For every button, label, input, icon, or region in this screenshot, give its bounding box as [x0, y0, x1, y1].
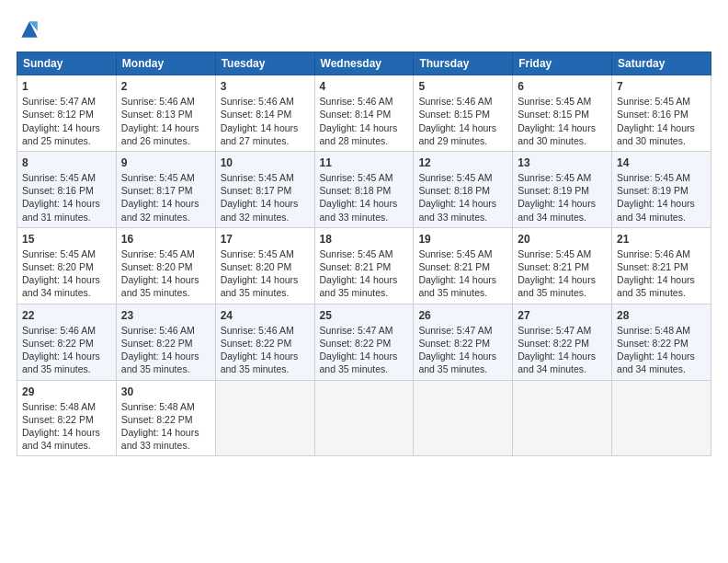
day-info-line: Daylight: 14 hours: [221, 121, 310, 134]
day-info-line: and 34 minutes.: [22, 439, 111, 452]
header-cell-saturday: Saturday: [612, 52, 711, 75]
day-info-line: Sunrise: 5:46 AM: [22, 324, 111, 337]
day-info-line: Daylight: 14 hours: [121, 350, 210, 362]
day-cell: 10Sunrise: 5:45 AMSunset: 8:17 PMDayligh…: [215, 151, 314, 227]
day-info-line: Sunrise: 5:45 AM: [617, 95, 706, 108]
day-info-line: Daylight: 14 hours: [121, 197, 210, 210]
day-info-line: Sunrise: 5:45 AM: [418, 247, 507, 260]
day-cell: 16Sunrise: 5:45 AMSunset: 8:20 PMDayligh…: [116, 227, 215, 304]
day-info-line: Daylight: 14 hours: [418, 121, 507, 134]
day-cell: 15Sunrise: 5:45 AMSunset: 8:20 PMDayligh…: [17, 227, 117, 304]
day-info-line: Sunset: 8:22 PM: [221, 337, 310, 350]
day-info-line: Sunset: 8:17 PM: [221, 184, 310, 197]
day-info-line: and 35 minutes.: [518, 286, 607, 299]
header-cell-thursday: Thursday: [414, 52, 513, 75]
day-info-line: Sunset: 8:17 PM: [121, 184, 210, 197]
day-info-line: Daylight: 14 hours: [418, 350, 507, 362]
day-number: 15: [22, 232, 111, 247]
day-info-line: Daylight: 14 hours: [617, 350, 706, 362]
day-number: 11: [320, 155, 409, 170]
day-info-line: and 33 minutes.: [418, 211, 507, 224]
day-number: 20: [518, 232, 607, 247]
day-cell: 9Sunrise: 5:45 AMSunset: 8:17 PMDaylight…: [116, 151, 215, 227]
day-info-line: Daylight: 14 hours: [221, 350, 310, 362]
day-info-line: Sunset: 8:20 PM: [221, 260, 310, 273]
day-number: 3: [221, 79, 310, 94]
header-row: SundayMondayTuesdayWednesdayThursdayFrid…: [17, 52, 711, 75]
day-info-line: Daylight: 14 hours: [22, 273, 111, 286]
day-number: 9: [121, 155, 210, 170]
day-info-line: Sunrise: 5:47 AM: [418, 324, 507, 337]
week-row-2: 15Sunrise: 5:45 AMSunset: 8:20 PMDayligh…: [17, 227, 711, 304]
day-info-line: and 34 minutes.: [518, 362, 607, 375]
day-info-line: Sunrise: 5:47 AM: [22, 95, 111, 108]
day-number: 24: [221, 308, 310, 323]
day-info-line: and 28 minutes.: [320, 134, 409, 147]
day-cell: 21Sunrise: 5:46 AMSunset: 8:21 PMDayligh…: [612, 227, 711, 304]
day-cell: 27Sunrise: 5:47 AMSunset: 8:22 PMDayligh…: [513, 304, 612, 380]
day-info-line: Daylight: 14 hours: [22, 121, 111, 134]
day-info-line: Sunset: 8:22 PM: [121, 337, 210, 350]
day-info-line: and 35 minutes.: [617, 286, 706, 299]
day-cell: 2Sunrise: 5:46 AMSunset: 8:13 PMDaylight…: [116, 75, 215, 152]
day-number: 14: [617, 155, 706, 170]
logo: [17, 17, 46, 42]
day-info-line: Sunset: 8:22 PM: [121, 413, 210, 426]
day-info-line: Sunset: 8:18 PM: [418, 184, 507, 197]
day-number: 28: [617, 308, 706, 323]
day-cell: 23Sunrise: 5:46 AMSunset: 8:22 PMDayligh…: [116, 304, 215, 380]
day-number: 23: [121, 308, 210, 323]
day-cell: 24Sunrise: 5:46 AMSunset: 8:22 PMDayligh…: [215, 304, 314, 380]
day-info-line: Sunrise: 5:46 AM: [320, 95, 409, 108]
day-info-line: Sunrise: 5:45 AM: [617, 171, 706, 184]
week-row-3: 22Sunrise: 5:46 AMSunset: 8:22 PMDayligh…: [17, 304, 711, 380]
day-info-line: and 30 minutes.: [617, 134, 706, 147]
day-info-line: Daylight: 14 hours: [320, 197, 409, 210]
day-info-line: Sunset: 8:16 PM: [22, 184, 111, 197]
day-info-line: Sunset: 8:20 PM: [22, 260, 111, 273]
calendar-body: 1Sunrise: 5:47 AMSunset: 8:12 PMDaylight…: [17, 75, 711, 456]
day-info-line: Sunset: 8:12 PM: [22, 108, 111, 121]
day-info-line: Sunrise: 5:45 AM: [121, 247, 210, 260]
calendar-header: SundayMondayTuesdayWednesdayThursdayFrid…: [17, 52, 711, 75]
day-info-line: Sunrise: 5:48 AM: [22, 400, 111, 413]
day-info-line: and 26 minutes.: [121, 134, 210, 147]
day-cell: 19Sunrise: 5:45 AMSunset: 8:21 PMDayligh…: [414, 227, 513, 304]
day-info-line: Sunset: 8:22 PM: [617, 337, 706, 350]
day-info-line: Sunrise: 5:47 AM: [518, 324, 607, 337]
day-info-line: and 35 minutes.: [320, 362, 409, 375]
day-info-line: Sunrise: 5:45 AM: [22, 247, 111, 260]
day-info-line: Daylight: 14 hours: [518, 121, 607, 134]
day-info-line: Sunset: 8:20 PM: [121, 260, 210, 273]
header-cell-tuesday: Tuesday: [215, 52, 314, 75]
day-info-line: and 35 minutes.: [418, 286, 507, 299]
day-info-line: Sunset: 8:14 PM: [221, 108, 310, 121]
day-number: 12: [418, 155, 507, 170]
day-info-line: Sunset: 8:18 PM: [320, 184, 409, 197]
day-cell: 29Sunrise: 5:48 AMSunset: 8:22 PMDayligh…: [17, 380, 117, 456]
day-info-line: Daylight: 14 hours: [418, 197, 507, 210]
day-info-line: and 35 minutes.: [320, 286, 409, 299]
day-info-line: Sunset: 8:15 PM: [418, 108, 507, 121]
day-info-line: Daylight: 14 hours: [320, 350, 409, 362]
day-info-line: and 35 minutes.: [121, 286, 210, 299]
day-number: 29: [22, 385, 111, 399]
day-cell: 7Sunrise: 5:45 AMSunset: 8:16 PMDaylight…: [612, 75, 711, 152]
day-number: 22: [22, 308, 111, 323]
day-cell: 4Sunrise: 5:46 AMSunset: 8:14 PMDaylight…: [314, 75, 414, 152]
day-info-line: Sunrise: 5:45 AM: [320, 247, 409, 260]
day-number: 18: [320, 232, 409, 247]
day-cell: 17Sunrise: 5:45 AMSunset: 8:20 PMDayligh…: [215, 227, 314, 304]
day-info-line: Sunrise: 5:46 AM: [617, 247, 706, 260]
day-info-line: Daylight: 14 hours: [418, 273, 507, 286]
day-info-line: and 25 minutes.: [22, 134, 111, 147]
day-info-line: Daylight: 14 hours: [617, 121, 706, 134]
logo-icon: [17, 17, 42, 42]
day-info-line: Daylight: 14 hours: [121, 426, 210, 439]
page: SundayMondayTuesdayWednesdayThursdayFrid…: [0, 0, 728, 563]
day-number: 27: [518, 308, 607, 323]
day-info-line: and 35 minutes.: [221, 286, 310, 299]
day-number: 17: [221, 232, 310, 247]
header-cell-friday: Friday: [513, 52, 612, 75]
day-info-line: Sunset: 8:13 PM: [121, 108, 210, 121]
